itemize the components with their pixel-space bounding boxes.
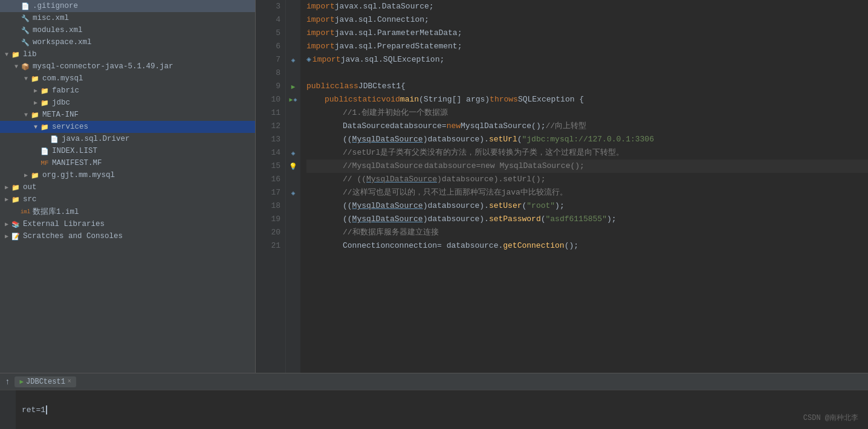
fn-21: getConnection xyxy=(503,239,564,253)
tree-item-mysql-jar[interactable]: ▼ 📦 mysql-connector-java-5.1.49.jar xyxy=(0,60,255,73)
console-gutter xyxy=(0,390,16,429)
cmt-12: //向上转型 xyxy=(546,120,587,133)
var-13: databsource). xyxy=(427,133,488,146)
cmt-16: // (( xyxy=(343,173,366,186)
tree-item-scratches[interactable]: ▶ 📝 Scratches and Consoles xyxy=(0,230,255,242)
arrow-scratches: ▶ xyxy=(2,232,11,240)
pkg-6: java.sql.PreparedStatement; xyxy=(335,40,462,53)
tree-item-workspace-xml[interactable]: 🔧 workspace.xml xyxy=(0,36,255,48)
file-icon-index: 📄 xyxy=(40,146,50,156)
ln-18: 18 xyxy=(256,199,280,213)
code-line-18: ((MysqlDataSource)databsource).setUser("… xyxy=(306,199,868,213)
label-scratches: Scratches and Consoles xyxy=(23,232,123,240)
tree-item-gitignore[interactable]: 📄 .gitignore xyxy=(0,0,255,12)
end-18: ); xyxy=(555,199,565,213)
gutter-9-run[interactable]: ▶ xyxy=(286,80,300,93)
folder-icon-services: 📁 xyxy=(40,122,50,132)
tree-item-misc-xml[interactable]: 🔧 misc.xml xyxy=(0,12,255,24)
bookmark-icon-10: ◈ xyxy=(294,96,297,103)
file-tree[interactable]: 📄 .gitignore 🔧 misc.xml 🔧 modules.xml 🔧 … xyxy=(0,0,256,373)
cmt-15a: //MysqlDataSource xyxy=(343,160,423,173)
gutter-13 xyxy=(286,133,300,146)
cmt-20: //和数据库服务器建立连接 xyxy=(343,226,439,239)
tree-item-org-gjt[interactable]: ▶ 📁 org.gjt.mm.mysql xyxy=(0,169,255,181)
tree-item-lib[interactable]: ▼ 📁 lib xyxy=(0,48,255,60)
label-index: INDEX.LIST xyxy=(52,147,97,155)
pkg-7: java.sql.SQLException; xyxy=(341,53,445,66)
fn-main-10: main xyxy=(400,93,419,106)
tree-item-database-iml[interactable]: iml 数据库1.iml xyxy=(0,205,255,218)
ln-12: 12 xyxy=(256,120,280,133)
ln-16: 16 xyxy=(256,173,280,186)
code-line-12: DataSource databsource=new MysqlDataSour… xyxy=(306,120,868,133)
code-content[interactable]: import javax.sql.DataSource; import java… xyxy=(300,0,868,373)
gutter: ◈ ▶ ▶ ◈ ◈ 💡 ◈ xyxy=(286,0,300,373)
paren-18a: (( xyxy=(343,199,352,213)
gutter-10[interactable]: ▶ ◈ xyxy=(286,93,300,106)
tree-item-meta-inf[interactable]: ▼ 📁 META-INF xyxy=(0,109,255,121)
code-line-4: import java.sql.Connection; xyxy=(306,13,868,27)
code-line-15[interactable]: //MysqlDataSource databsource=new MysqlD… xyxy=(306,160,868,173)
arrow-com-mysql: ▼ xyxy=(22,74,30,83)
arrow-meta-inf: ▼ xyxy=(22,111,30,119)
scroll-up-icon[interactable]: ↑ xyxy=(5,377,10,387)
folder-icon-lib: 📁 xyxy=(11,50,21,59)
label-ext-libs: External Libraries xyxy=(23,220,105,228)
str-val-13: "jdbc:mysql://127.0.0.1:3306 xyxy=(522,133,654,146)
paren-close-13: ) xyxy=(423,133,428,146)
arrow-jdbc: ▶ xyxy=(31,98,40,107)
code-area: 3 4 5 6 7 8 9 10 11 12 13 14 15 16 17 18… xyxy=(256,0,868,373)
tree-item-services[interactable]: ▼ 📁 services xyxy=(0,121,255,133)
tree-item-index-list[interactable]: 📄 INDEX.LIST xyxy=(0,145,255,157)
kw-import-6: import xyxy=(306,40,335,53)
tree-item-com-mysql[interactable]: ▼ 📁 com.mysql xyxy=(0,73,255,85)
gutter-19 xyxy=(286,213,300,226)
paren-19b: ) xyxy=(423,213,428,226)
end-19: ); xyxy=(607,213,617,226)
kw-static-10: static xyxy=(353,93,381,106)
ln-7: 7 xyxy=(256,53,280,66)
folder-icon-out: 📁 xyxy=(11,182,21,192)
run-tab-close[interactable]: × xyxy=(68,378,71,385)
ln-19: 19 xyxy=(256,213,280,226)
label-modules: modules.xml xyxy=(33,26,83,34)
run-tab-jdbctest1[interactable]: ▶ JDBCtest1 × xyxy=(15,376,76,387)
paren-19a: (( xyxy=(343,213,352,226)
kw-new-12: new xyxy=(447,120,461,133)
console-content-area: ret=1 xyxy=(16,390,868,429)
code-line-5: import java.sql.ParameterMetaData; xyxy=(306,27,868,40)
tree-item-ext-libs[interactable]: ▶ 📚 External Libraries xyxy=(0,218,255,230)
ln-20: 20 xyxy=(256,226,280,239)
label-gitignore: .gitignore xyxy=(33,2,78,10)
ln-10: 10 xyxy=(256,93,280,106)
tree-item-fabric[interactable]: ▶ 📁 fabric xyxy=(0,85,255,97)
tree-item-modules-xml[interactable]: 🔧 modules.xml xyxy=(0,24,255,36)
pkg-4: java.sql.Connection; xyxy=(335,13,429,27)
tree-item-src[interactable]: ▶ 📁 src xyxy=(0,193,255,205)
paren-open-13: (( xyxy=(343,133,352,146)
pkg-3: javax.sql.DataSource; xyxy=(335,0,434,13)
pkg-5: java.sql.ParameterMetaData; xyxy=(335,27,462,40)
gutter-21 xyxy=(286,239,300,253)
run-tab-icon: ▶ xyxy=(19,378,24,385)
cls-13: MysqlDataSource xyxy=(352,133,423,146)
cmt-15b: databsource=new MysqlDataSource(); xyxy=(424,160,585,173)
watermark-text: CSDN @南种北李 xyxy=(803,413,858,423)
str-18: "root" xyxy=(526,199,555,213)
tree-item-jdbc[interactable]: ▶ 📁 jdbc xyxy=(0,97,255,109)
arrow-ext-libs: ▶ xyxy=(2,220,11,228)
brace-9: { xyxy=(401,80,406,93)
gutter-7-bookmark: ◈ xyxy=(286,53,300,66)
cls-19: MysqlDataSource xyxy=(352,213,423,226)
ln-8: 8 xyxy=(256,66,280,80)
tree-item-out[interactable]: ▶ 📁 out xyxy=(0,181,255,193)
arrow-java-driver xyxy=(41,135,50,143)
tree-item-java-sql-driver[interactable]: 📄 java.sql.Driver xyxy=(0,133,255,145)
arrow-fabric: ▶ xyxy=(31,86,40,95)
file-icon-misc: 🔧 xyxy=(21,13,30,23)
file-icon-db-iml: iml xyxy=(21,207,30,217)
gutter-3 xyxy=(286,0,300,13)
ln-9: 9 xyxy=(256,80,280,93)
gutter-15-bulb[interactable]: 💡 xyxy=(286,160,300,173)
tree-item-manifest[interactable]: MF MANIFEST.MF xyxy=(0,157,255,169)
